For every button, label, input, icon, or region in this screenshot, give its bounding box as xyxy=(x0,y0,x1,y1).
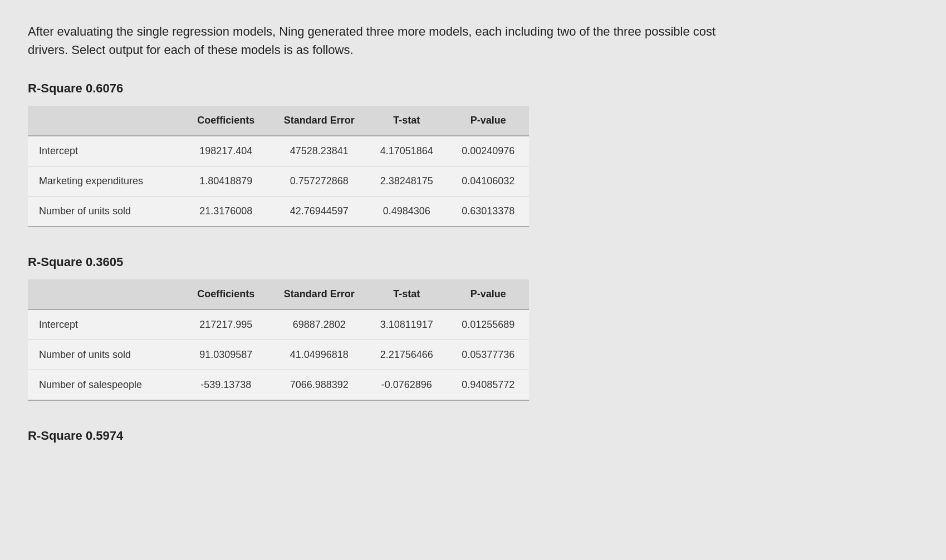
table-row: Intercept198217.40447528.238414.17051864… xyxy=(28,136,529,166)
section-table3: R-Square 0.5974 xyxy=(28,429,918,443)
cell-p_value: 0.94085772 xyxy=(447,370,529,401)
table1-header-standard-error: Standard Error xyxy=(273,106,366,136)
table1-header-p-value: P-value xyxy=(447,106,529,136)
cell-t_stat: 2.38248175 xyxy=(366,166,448,197)
cell-coefficients: 91.0309587 xyxy=(179,340,272,370)
cell-t_stat: 2.21756466 xyxy=(366,340,448,370)
section-table1: R-Square 0.6076 Coefficients Standard Er… xyxy=(28,81,918,227)
cell-p_value: 0.04106032 xyxy=(447,166,529,197)
table2-header-row: Coefficients Standard Error T-stat P-val… xyxy=(28,279,529,310)
cell-label: Number of units sold xyxy=(28,340,179,370)
intro-paragraph: After evaluating the single regression m… xyxy=(28,22,752,59)
cell-standard_error: 42.76944597 xyxy=(273,197,366,227)
r-square-label-3: R-Square 0.5974 xyxy=(28,429,918,443)
section-table2: R-Square 0.3605 Coefficients Standard Er… xyxy=(28,255,918,401)
cell-t_stat: 3.10811917 xyxy=(366,310,448,340)
table-row: Number of salespeople-539.137387066.9883… xyxy=(28,370,529,401)
cell-label: Intercept xyxy=(28,136,179,166)
cell-p_value: 0.63013378 xyxy=(447,197,529,227)
cell-p_value: 0.01255689 xyxy=(447,310,529,340)
cell-standard_error: 69887.2802 xyxy=(273,310,366,340)
table-row: Number of units sold21.317600842.7694459… xyxy=(28,197,529,227)
cell-coefficients: 1.80418879 xyxy=(179,166,272,197)
cell-t_stat: -0.0762896 xyxy=(366,370,448,401)
cell-standard_error: 0.757272868 xyxy=(273,166,366,197)
table-row: Marketing expenditures1.804188790.757272… xyxy=(28,166,529,197)
table1-header-coefficients: Coefficients xyxy=(179,106,272,136)
table1-header-label xyxy=(28,106,179,136)
table2-header-p-value: P-value xyxy=(447,279,529,310)
cell-label: Marketing expenditures xyxy=(28,166,179,197)
cell-coefficients: 198217.404 xyxy=(179,136,272,166)
r-square-label-2: R-Square 0.3605 xyxy=(28,255,918,269)
cell-label: Number of salespeople xyxy=(28,370,179,401)
cell-coefficients: 217217.995 xyxy=(179,310,272,340)
cell-p_value: 0.00240976 xyxy=(447,136,529,166)
table2-header-label xyxy=(28,279,179,310)
cell-p_value: 0.05377736 xyxy=(447,340,529,370)
cell-coefficients: 21.3176008 xyxy=(179,197,272,227)
table-row: Number of units sold91.030958741.0499681… xyxy=(28,340,529,370)
cell-label: Intercept xyxy=(28,310,179,340)
table1-header-row: Coefficients Standard Error T-stat P-val… xyxy=(28,106,529,136)
table1-header-t-stat: T-stat xyxy=(366,106,448,136)
table2-header-t-stat: T-stat xyxy=(366,279,448,310)
table2-header-standard-error: Standard Error xyxy=(273,279,366,310)
cell-t_stat: 4.17051864 xyxy=(366,136,448,166)
cell-t_stat: 0.4984306 xyxy=(366,197,448,227)
regression-table-2: Coefficients Standard Error T-stat P-val… xyxy=(28,279,529,401)
cell-label: Number of units sold xyxy=(28,197,179,227)
cell-coefficients: -539.13738 xyxy=(179,370,272,401)
cell-standard_error: 47528.23841 xyxy=(273,136,366,166)
cell-standard_error: 41.04996818 xyxy=(273,340,366,370)
table-row: Intercept217217.99569887.28023.108119170… xyxy=(28,310,529,340)
r-square-label-1: R-Square 0.6076 xyxy=(28,81,918,96)
regression-table-1: Coefficients Standard Error T-stat P-val… xyxy=(28,106,529,227)
cell-standard_error: 7066.988392 xyxy=(273,370,366,401)
table2-header-coefficients: Coefficients xyxy=(179,279,272,310)
